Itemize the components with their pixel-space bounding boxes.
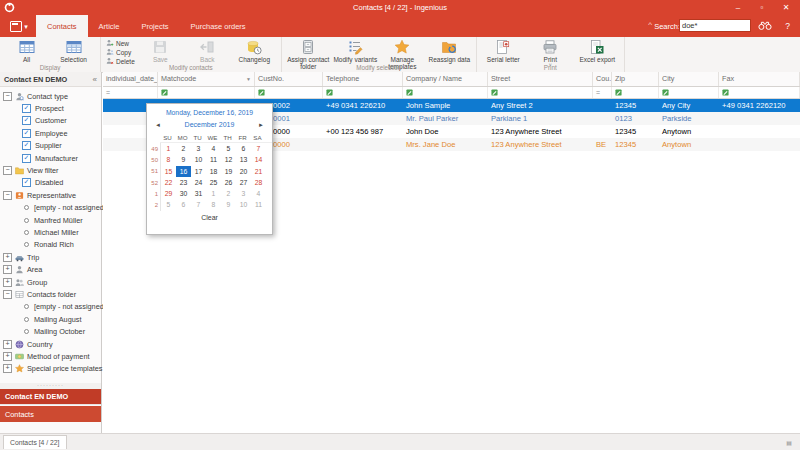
calendar-day[interactable]: 14 xyxy=(251,154,266,165)
calendar-day[interactable]: 20 xyxy=(236,166,251,177)
cell-telephone[interactable] xyxy=(323,138,403,151)
calendar-day[interactable]: 6 xyxy=(176,199,191,210)
print-button[interactable]: Print˅ xyxy=(527,38,574,67)
calendar-day[interactable]: 24 xyxy=(191,177,206,188)
search-binoculars-icon[interactable] xyxy=(758,20,772,31)
tree-item-country[interactable]: +Country xyxy=(0,338,101,350)
calendar-day[interactable]: 6 xyxy=(236,143,251,154)
selection-button[interactable]: Selection xyxy=(50,38,97,63)
calendar-day[interactable]: 4 xyxy=(251,188,266,199)
column-header-telephone[interactable]: Telephone xyxy=(323,72,403,86)
close-button[interactable]: ✕ xyxy=(774,0,798,15)
calendar-day-selected[interactable]: 16 xyxy=(176,166,191,177)
calendar-day[interactable]: 1 xyxy=(206,188,221,199)
tree-item-supplier[interactable]: ✓Supplier xyxy=(0,140,101,152)
filter-cell-company-name[interactable] xyxy=(403,87,488,98)
tree-item-group[interactable]: +Group xyxy=(0,276,101,288)
maximize-button[interactable]: ▫ xyxy=(750,0,774,15)
calendar-day[interactable]: 26 xyxy=(221,177,236,188)
calendar-day[interactable]: 28 xyxy=(251,177,266,188)
collapse-ribbon-icon[interactable]: ^ xyxy=(648,21,652,29)
reassign-data-button[interactable]: Reassign data xyxy=(426,38,473,63)
column-header-street[interactable]: Street xyxy=(488,72,593,86)
save-button[interactable]: Save xyxy=(137,38,184,63)
filter-cell-matchcode[interactable] xyxy=(158,87,255,98)
cell-zip[interactable]: 12345 xyxy=(612,138,659,151)
tree-item-method-of-payment[interactable]: +Method of payment xyxy=(0,350,101,362)
radio-dot-icon[interactable] xyxy=(24,329,29,334)
app-menu-button[interactable]: ▾ xyxy=(6,18,32,35)
nav-panel-contacts[interactable]: Contacts xyxy=(0,406,101,422)
expand-icon[interactable]: + xyxy=(3,352,12,361)
tree-item-area[interactable]: +Area xyxy=(0,263,101,275)
cell-fax[interactable] xyxy=(719,125,800,138)
help-icon[interactable]: ? xyxy=(785,21,790,31)
cell-zip[interactable]: 12345 xyxy=(612,99,659,112)
cell-zip[interactable]: 0123 xyxy=(612,112,659,125)
cell-city[interactable]: Parkside xyxy=(659,112,719,125)
calendar-day[interactable]: 23 xyxy=(176,177,191,188)
expand-icon[interactable]: + xyxy=(3,265,12,274)
tree-item-representative[interactable]: −Representative xyxy=(0,189,101,201)
calendar-day[interactable]: 10 xyxy=(191,154,206,165)
tree-item-trip[interactable]: +Trip xyxy=(0,251,101,263)
checkbox-checked[interactable]: ✓ xyxy=(22,104,31,113)
filter-cell-city[interactable] xyxy=(659,87,719,98)
calendar-day[interactable]: 3 xyxy=(236,188,251,199)
collapse-icon[interactable]: − xyxy=(3,166,12,175)
cell-company-name[interactable]: John Doe xyxy=(403,125,488,138)
column-header-fax[interactable]: Fax xyxy=(719,72,800,86)
cell-company-name[interactable]: Mr. Paul Parker xyxy=(403,112,488,125)
tree-item-contacts-folder[interactable]: −Contacts folder xyxy=(0,288,101,300)
expand-icon[interactable]: + xyxy=(3,253,12,262)
copy-button[interactable]: Copy xyxy=(106,48,135,56)
tree-item-manfred-m-ller[interactable]: Manfred Müller xyxy=(0,214,101,226)
radio-dot-icon[interactable] xyxy=(24,304,29,309)
tab-purchase-orders[interactable]: Purchase orders xyxy=(180,15,257,37)
filter-cell-zip[interactable] xyxy=(612,87,659,98)
tree-item-prospect[interactable]: ✓Prospect xyxy=(0,102,101,114)
serial-letter-button[interactable]: Serial letter xyxy=(480,38,527,63)
calendar-day[interactable]: 2 xyxy=(176,143,191,154)
calendar-prev-icon[interactable]: ◄ xyxy=(155,122,161,129)
filter-cell-fax[interactable] xyxy=(719,87,800,98)
back-button[interactable]: Back xyxy=(184,38,231,63)
calendar-day[interactable]: 8 xyxy=(206,199,221,210)
column-header-individual-date-1[interactable]: individual_date_1 xyxy=(103,72,158,86)
cell-city[interactable]: Anytown xyxy=(659,138,719,151)
calendar-day[interactable]: 30 xyxy=(176,188,191,199)
cell-telephone[interactable] xyxy=(323,112,403,125)
column-header-company-name[interactable]: Company / Name xyxy=(403,72,488,86)
tab-contacts[interactable]: Contacts xyxy=(36,15,88,37)
calendar-day[interactable]: 11 xyxy=(251,199,266,210)
tab-article[interactable]: Article xyxy=(88,15,131,37)
column-header-city[interactable]: City xyxy=(659,72,719,86)
cell-zip[interactable]: 12345 xyxy=(612,125,659,138)
cell-city[interactable]: Any City xyxy=(659,99,719,112)
calendar-day[interactable]: 29 xyxy=(161,188,176,199)
calendar-day[interactable]: 3 xyxy=(191,143,206,154)
calendar-day[interactable]: 1 xyxy=(161,143,176,154)
tree-item-mailing-august[interactable]: Mailing August xyxy=(0,313,101,325)
radio-dot-icon[interactable] xyxy=(24,218,29,223)
checkbox-checked[interactable]: ✓ xyxy=(22,129,31,138)
tree-item-empty-not-assigned[interactable]: [empty - not assigned] xyxy=(0,301,101,313)
filter-cell-cou[interactable]: = xyxy=(593,87,612,98)
filter-cell-custno[interactable] xyxy=(255,87,323,98)
cell-company-name[interactable]: Mrs. Jane Doe xyxy=(403,138,488,151)
column-header-matchcode[interactable]: Matchcode▼ xyxy=(158,72,255,86)
expand-icon[interactable]: + xyxy=(3,364,12,373)
radio-dot-icon[interactable] xyxy=(24,230,29,235)
all-button[interactable]: All xyxy=(3,38,50,63)
filter-cell-telephone[interactable] xyxy=(323,87,403,98)
calendar-day[interactable]: 12 xyxy=(221,154,236,165)
column-header-custno[interactable]: CustNo. xyxy=(255,72,323,86)
tree-item-empty-not-assigned[interactable]: [empty - not assigned] xyxy=(0,202,101,214)
cell-telephone[interactable]: +00 123 456 987 xyxy=(323,125,403,138)
calendar-day[interactable]: 17 xyxy=(191,166,206,177)
cell-cou[interactable] xyxy=(593,112,612,125)
cell-cou[interactable] xyxy=(593,125,612,138)
cell-telephone[interactable]: +49 0341 226210 xyxy=(323,99,403,112)
excel-export-button[interactable]: Excel export xyxy=(574,38,621,63)
radio-dot-icon[interactable] xyxy=(24,242,29,247)
